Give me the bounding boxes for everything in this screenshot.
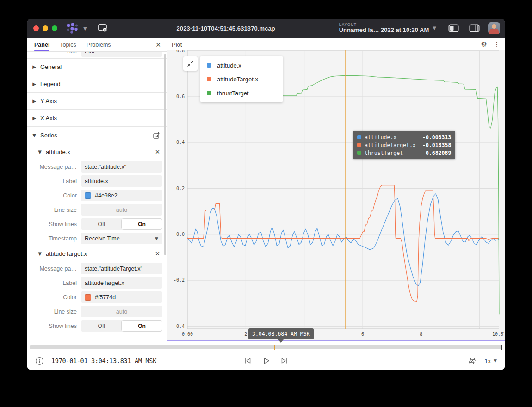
legend-label: attitudeTarget.x — [217, 76, 258, 83]
field-line-size: Line size auto — [27, 203, 167, 217]
user-avatar[interactable] — [488, 22, 500, 34]
loop-off-icon[interactable] — [467, 356, 477, 366]
scrubber-playhead[interactable] — [274, 345, 275, 350]
settings-tree: Title Plot ▶ General ▶ Legend ▶ Y Axis — [27, 52, 167, 341]
tooltip-row: attitudeTarget.x-0.018358 — [357, 141, 451, 149]
show-lines-on-button[interactable]: On — [122, 321, 162, 331]
chevron-down-icon: ▼ — [494, 358, 497, 363]
field-label: Label attitudeTarget.x — [27, 276, 167, 290]
current-timestamp[interactable]: 1970-01-01 3:04:13.831 AM MSK — [51, 357, 156, 364]
message-path-input[interactable]: state."attitude.x" — [81, 161, 162, 173]
field-show-lines: Show lines Off On — [27, 319, 167, 333]
plot-panel[interactable]: Plot ⚙ ⋮ 0.80.60.40.20.0-0.2-0.40.002468… — [167, 38, 505, 341]
panel-settings-gear-icon[interactable]: ⚙ — [481, 40, 487, 49]
hover-values-tooltip: attitude.x-0.008313attitudeTarget.x-0.01… — [353, 131, 455, 159]
title-field-label: Title — [27, 52, 81, 55]
field-color: Color #4e98e2 — [27, 188, 167, 203]
clipped-title-row: Title Plot — [27, 52, 167, 58]
show-lines-off-button[interactable]: Off — [81, 321, 122, 331]
legend-item-thrustTarget[interactable]: thrustTarget — [200, 86, 283, 100]
tooltip-swatch — [357, 151, 361, 155]
section-x-axis[interactable]: ▶ X Axis — [27, 110, 167, 127]
zoom-window-button[interactable] — [52, 25, 57, 31]
legend-item-attitude-x[interactable]: attitude.x — [200, 58, 283, 72]
tooltip-series-value: -0.008313 — [422, 134, 451, 141]
tab-topics[interactable]: Topics — [60, 38, 76, 51]
caret-right-icon: ▶ — [31, 64, 37, 69]
close-sidebar-icon[interactable]: ✕ — [155, 41, 161, 49]
info-icon[interactable] — [35, 357, 44, 365]
y-tick-label: 0.8 — [176, 50, 185, 53]
label-input[interactable]: attitude.x — [81, 175, 162, 187]
add-series-icon — [153, 132, 160, 139]
seek-forward-button[interactable] — [279, 356, 289, 366]
show-lines-off-button[interactable]: Off — [81, 219, 122, 229]
legend-label: thrustTarget — [217, 90, 249, 97]
plot-canvas-area[interactable]: 0.80.60.40.20.0-0.2-0.40.00246810.67 att… — [167, 50, 505, 340]
series-line-attitudeTarget-x[interactable] — [187, 185, 499, 302]
remove-series-icon[interactable]: ✕ — [155, 148, 160, 155]
remove-series-icon[interactable]: ✕ — [155, 250, 160, 257]
layout-name: Unnamed la… 2022 at 10:20 AM — [339, 27, 429, 34]
tab-panel[interactable]: Panel — [34, 38, 49, 51]
label-input[interactable]: attitudeTarget.x — [81, 277, 162, 289]
section-general[interactable]: ▶ General — [27, 58, 167, 75]
close-window-button[interactable] — [33, 25, 39, 31]
tab-problems[interactable]: Problems — [87, 38, 111, 51]
timeline-scrubber[interactable] — [30, 345, 502, 349]
panel-title: Plot — [172, 41, 182, 48]
series-attitude-x-header[interactable]: ▼ attitude.x ✕ — [27, 144, 167, 160]
x-tick-label: 6 — [361, 332, 364, 337]
data-source-title[interactable]: 2023-11-10T04:51:45.631370.mcap — [176, 25, 275, 32]
message-path-input[interactable]: state."attitudeTarget.x" — [81, 263, 162, 274]
caret-down-icon: ▼ — [31, 133, 37, 138]
playback-speed-selector[interactable]: 1x ▼ — [484, 358, 497, 364]
layout-menu-button[interactable]: LAYOUT Unnamed la… 2022 at 10:20 AM ▼ — [339, 23, 436, 34]
caret-right-icon: ▶ — [31, 116, 37, 121]
line-size-input[interactable]: auto — [81, 204, 162, 216]
field-message-path: Message pa… state."attitude.x" — [27, 160, 167, 174]
tooltip-swatch — [357, 135, 361, 139]
y-tick-label: 0.4 — [176, 140, 185, 145]
legend-swatch — [207, 63, 211, 68]
legend-label: attitude.x — [217, 62, 241, 69]
color-swatch[interactable] — [85, 294, 91, 301]
seek-backward-button[interactable] — [243, 356, 253, 366]
x-tick-label: 0.00 — [182, 332, 193, 337]
minimize-window-button[interactable] — [43, 25, 48, 31]
series-line-thrustTarget[interactable] — [187, 76, 499, 315]
title-field-input[interactable]: Plot — [81, 52, 162, 57]
panel-menu-kebab-icon[interactable]: ⋮ — [494, 41, 500, 48]
sidebar-scrollbar[interactable] — [164, 54, 166, 255]
show-lines-on-button[interactable]: On — [122, 219, 162, 229]
add-series-button[interactable] — [153, 132, 160, 139]
color-input[interactable]: #f5774d — [81, 291, 162, 303]
timestamp-select[interactable]: Receive Time ▼ — [81, 233, 162, 244]
y-tick-label: -0.2 — [173, 278, 185, 283]
line-size-input[interactable]: auto — [81, 306, 162, 317]
caret-down-icon: ▼ — [37, 149, 43, 154]
app-menu-button[interactable]: ▼ — [66, 22, 87, 34]
tooltip-row: thrustTarget0.682089 — [357, 149, 451, 157]
add-panel-button[interactable] — [97, 23, 108, 33]
collapse-legend-button[interactable] — [183, 56, 198, 71]
left-sidebar-toggle-button[interactable] — [448, 24, 459, 32]
tooltip-series-value: 0.682089 — [426, 150, 451, 156]
section-series[interactable]: ▼ Series — [27, 127, 167, 144]
color-input[interactable]: #4e98e2 — [81, 190, 162, 201]
x-tick-label: 2 — [244, 332, 247, 337]
collapse-arrows-icon — [186, 60, 194, 68]
avatar-shirt — [489, 29, 499, 34]
play-button[interactable] — [261, 356, 271, 366]
color-swatch[interactable] — [85, 192, 91, 199]
chevron-down-icon: ▼ — [83, 26, 87, 31]
series-line-attitude-x[interactable] — [187, 194, 499, 286]
legend-item-attitudeTarget-x[interactable]: attitudeTarget.x — [200, 72, 283, 86]
section-y-axis[interactable]: ▶ Y Axis — [27, 92, 167, 110]
plot-panel-header[interactable]: Plot ⚙ ⋮ — [167, 38, 505, 50]
section-legend[interactable]: ▶ Legend — [27, 75, 167, 92]
sidebar-tabs: Panel Topics Problems ✕ — [27, 38, 167, 52]
series-attitude-target-x-header[interactable]: ▼ attitudeTarget.x ✕ — [27, 246, 167, 261]
y-tick-label: -0.4 — [173, 324, 185, 329]
right-sidebar-toggle-button[interactable] — [469, 24, 480, 32]
